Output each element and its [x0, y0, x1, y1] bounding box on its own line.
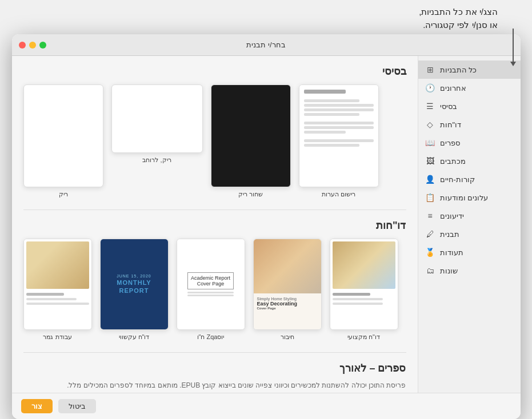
certificates-icon: 🏅 — [425, 247, 435, 257]
sidebar-item-stationery[interactable]: תבנית 🖊 — [418, 225, 521, 243]
template-chooser-window: בחר/י תבנית בסיסי ריק ריק, לרוחב — [12, 34, 521, 419]
sidebar-item-certificates[interactable]: תעודות 🏅 — [418, 243, 521, 261]
template-grid-area: בסיסי ריק ריק, לרוחב שחור ריק — [12, 56, 418, 393]
sidebar-item-misc[interactable]: שונות 🗂 — [418, 261, 521, 280]
black-blank-thumbnail — [211, 84, 291, 187]
sidebar-label-reports: דו"חות — [440, 120, 462, 129]
tooltip-arrow — [513, 29, 514, 63]
template-letter[interactable]: רישום הערות — [299, 84, 379, 198]
sidebar-item-presentations[interactable]: ידיעונים ≡ — [418, 207, 521, 225]
letter-label: רישום הערות — [322, 191, 355, 198]
blank-thumbnail — [23, 84, 103, 187]
sidebar-item-letters[interactable]: מכתבים 🖼 — [418, 152, 521, 170]
window-body: בסיסי ריק ריק, לרוחב שחור ריק — [12, 56, 521, 393]
reports-divider — [23, 352, 406, 353]
sidebar-label-newsletters: עלונים ומודעות — [440, 194, 489, 202]
resumes-icon: 👤 — [425, 174, 435, 184]
books-description: פריסת התוכן יכולה להשתנות למכשירים וכיוו… — [23, 381, 406, 389]
window-title: בחר/י תבנית — [246, 41, 285, 49]
geology-thumbnail — [330, 239, 398, 330]
presentations-icon: ≡ — [425, 211, 435, 221]
casual-report-thumbnail: JUNE 15, 2020 MONTHLYREPORT — [100, 239, 169, 330]
sidebar-item-resumes[interactable]: קורות-חיים 👤 — [418, 170, 521, 188]
black-blank-label: שחור ריק — [238, 191, 263, 198]
letter-thumbnail — [299, 84, 379, 187]
academic-thumbnail: Academic ReportCover Page — [177, 239, 245, 330]
sidebar-item-recent[interactable]: אחרונים 🕐 — [418, 79, 521, 97]
reports-section-title: דו"חות — [23, 219, 406, 232]
template-geology[interactable]: דו"ח מקצועי — [330, 239, 398, 341]
letters-icon: 🖼 — [425, 156, 435, 166]
recent-icon: 🕐 — [425, 83, 435, 93]
sidebar-label-misc: שונות — [440, 267, 458, 275]
reports-template-grid: עבודת גמר JUNE 15, 2020 MONTHLYREPORT דו… — [23, 239, 406, 341]
template-work-report[interactable]: עבודת גמר — [23, 239, 92, 341]
sidebar-item-basic[interactable]: בסיסי ☰ — [418, 97, 521, 115]
template-blank[interactable]: ריק — [23, 84, 103, 198]
misc-icon: 🗂 — [425, 265, 435, 276]
blank-label: ריק — [59, 191, 68, 198]
template-easy-decorating[interactable]: Simply Home Styling Easy Decorating Cove… — [253, 239, 322, 341]
traffic-lights — [19, 42, 46, 49]
basic-section-title: בסיסי — [23, 65, 406, 78]
maximize-button[interactable] — [39, 42, 46, 49]
sidebar-label-presentations: ידיעונים — [440, 212, 464, 220]
sidebar-label-stationery: תבנית — [440, 230, 459, 239]
basic-icon: ☰ — [425, 101, 435, 111]
cancel-button[interactable]: ביטול — [58, 399, 96, 413]
basic-template-grid: ריק ריק, לרוחב שחור ריק — [23, 84, 406, 198]
books-icon: 📖 — [425, 138, 435, 148]
casual-report-label: דו"ח עקשווי — [119, 333, 150, 341]
sidebar-label-letters: מכתבים — [440, 157, 466, 166]
template-casual-report[interactable]: JUNE 15, 2020 MONTHLYREPORT דו"ח עקשווי — [100, 239, 169, 341]
wide-blank-thumbnail — [111, 84, 203, 153]
bottom-action-bar: צור ביטול — [12, 393, 521, 419]
sidebar-label-basic: בסיסי — [440, 102, 457, 111]
all-templates-icon: ⊞ — [425, 65, 435, 75]
sidebar-item-books[interactable]: ספרים 📖 — [418, 134, 521, 152]
sidebar-item-reports[interactable]: דו"חות ◇ — [418, 115, 521, 134]
tooltip-line1: הצג/י את כל התבניות, — [419, 6, 498, 19]
category-sidebar: כל התבניות ⊞ אחרונים 🕐 בסיסי ☰ דו"חות ◇ … — [418, 56, 521, 393]
sidebar-label-all: כל התבניות — [440, 66, 477, 74]
work-report-label: עבודת גמר — [43, 333, 71, 341]
easy-decorating-thumbnail: Simply Home Styling Easy Decorating Cove… — [253, 239, 322, 330]
template-wide-blank[interactable]: ריק, לרוחב — [111, 84, 203, 198]
create-button[interactable]: צור — [21, 399, 53, 413]
sidebar-item-newsletters[interactable]: עלונים ומודעות 📋 — [418, 188, 521, 207]
academic-label: יוסZqa ח"ו — [197, 333, 225, 341]
sidebar-label-certificates: תעודות — [440, 248, 463, 257]
template-black-blank[interactable]: שחור ריק — [211, 84, 291, 198]
minimize-button[interactable] — [29, 42, 36, 49]
reports-icon: ◇ — [425, 119, 435, 130]
tooltip-callout: הצג/י את כל התבניות, או סנן/י לפי קטגורי… — [419, 6, 498, 31]
sidebar-item-all[interactable]: כל התבניות ⊞ — [418, 61, 521, 79]
stationery-icon: 🖊 — [425, 229, 435, 239]
titlebar: בחר/י תבנית — [12, 34, 521, 56]
basic-divider — [23, 210, 406, 210]
tooltip-line2: או סנן/י לפי קטגוריה. — [419, 19, 498, 32]
sidebar-label-books: ספרים — [440, 139, 460, 147]
template-academic[interactable]: Academic ReportCover Page יוסZqa ח"ו — [177, 239, 245, 341]
wide-blank-label: ריק, לרוחב — [142, 156, 171, 164]
easy-decorating-label: חיבור — [281, 333, 294, 341]
sidebar-label-resumes: קורות-חיים — [440, 175, 475, 184]
sidebar-label-recent: אחרונים — [440, 84, 466, 92]
close-button[interactable] — [19, 42, 26, 49]
geology-label: דו"ח מקצועי — [347, 333, 380, 341]
work-report-thumbnail — [23, 239, 92, 330]
books-section-title: ספרים – לאורך — [23, 362, 406, 374]
newsletters-icon: 📋 — [425, 192, 435, 203]
